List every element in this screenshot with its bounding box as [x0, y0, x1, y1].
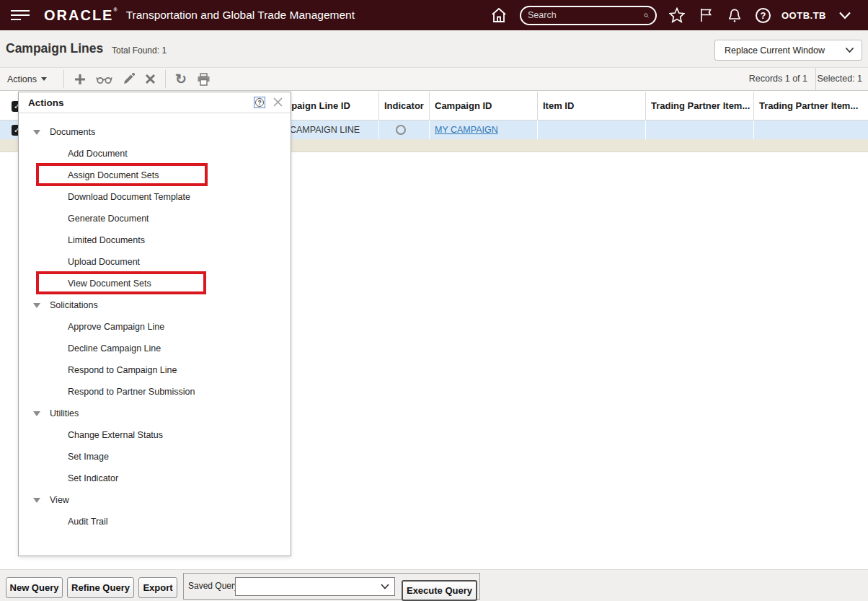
- menu-item-respond-to-partner-submission[interactable]: Respond to Partner Submission: [19, 381, 291, 403]
- group-label: Solicitations: [50, 294, 98, 316]
- menu-item-label: View Document Sets: [68, 273, 151, 294]
- saved-query-select[interactable]: [235, 577, 395, 596]
- column-header-indicator[interactable]: Indicator: [384, 92, 424, 120]
- column-header-campaign-id[interactable]: Campaign ID: [435, 92, 492, 120]
- menu-item-generate-document[interactable]: Generate Document: [19, 208, 291, 229]
- help-glyph: ?: [255, 98, 264, 107]
- flag-icon[interactable]: [698, 7, 714, 23]
- menu-item-set-image[interactable]: Set Image: [19, 446, 291, 468]
- favorites-star-icon[interactable]: [669, 7, 685, 23]
- column-separator: [753, 92, 754, 120]
- topbar: ORACLE® Transportation and Global Trade …: [0, 0, 868, 30]
- user-menu-label[interactable]: OOTB.TB: [781, 10, 826, 21]
- column-separator: [645, 120, 646, 139]
- menu-item-label: Add Document: [68, 143, 128, 164]
- menu-item-approve-campaign-line[interactable]: Approve Campaign Line: [19, 316, 291, 338]
- column-header-trading-partner-item-1[interactable]: Trading Partner Item...: [651, 92, 750, 120]
- view-details-glasses-icon[interactable]: [96, 74, 112, 85]
- app-window: ORACLE® Transportation and Global Trade …: [0, 0, 868, 601]
- menu-item-limited-documents[interactable]: Limited Documents: [19, 229, 291, 251]
- popup-group-utilities[interactable]: Utilities: [19, 403, 291, 424]
- campaign-id-link[interactable]: MY CAMPAIGN: [435, 120, 498, 139]
- actions-menu-button[interactable]: Actions: [7, 68, 47, 90]
- popup-group-documents[interactable]: Documents: [19, 121, 291, 143]
- edit-pencil-icon[interactable]: [123, 73, 135, 85]
- triangle-down-icon: [33, 130, 40, 135]
- menu-item-label: Generate Document: [68, 208, 149, 229]
- toolbar-separator: [165, 70, 166, 88]
- print-icon[interactable]: [197, 73, 211, 86]
- menu-item-download-document-template[interactable]: Download Document Template: [19, 186, 291, 208]
- menu-item-label: Set Indicator: [68, 468, 118, 489]
- search-icon[interactable]: [644, 9, 649, 22]
- refine-query-button[interactable]: Refine Query: [67, 577, 134, 598]
- popup-titlebar: Actions ?: [19, 92, 291, 113]
- toolbar-icons: ↻: [69, 68, 216, 90]
- group-label: View: [50, 489, 69, 511]
- triangle-down-icon: [33, 411, 40, 416]
- column-separator: [537, 92, 538, 120]
- chevron-down-icon: [381, 584, 389, 589]
- column-header-item-id[interactable]: Item ID: [543, 92, 574, 120]
- menu-item-decline-campaign-line[interactable]: Decline Campaign Line: [19, 338, 291, 359]
- menu-item-label: Upload Document: [68, 251, 140, 273]
- saved-query-group: Saved Query: Execute Query: [183, 573, 480, 600]
- saved-query-label: Saved Query:: [188, 574, 241, 599]
- selected-count-label: Selected: 1: [817, 68, 862, 90]
- search-box[interactable]: [520, 6, 657, 25]
- menu-item-change-external-status[interactable]: Change External Status: [19, 424, 291, 446]
- search-input[interactable]: [528, 10, 644, 20]
- help-icon[interactable]: ?: [756, 8, 771, 23]
- total-found-label: Total Found: 1: [112, 45, 167, 56]
- hamburger-menu-icon[interactable]: [11, 7, 30, 23]
- column-header-trading-partner-item-2[interactable]: Trading Partner Item...: [759, 92, 858, 120]
- menu-item-assign-document-sets[interactable]: Assign Document Sets: [19, 164, 291, 186]
- menu-item-label: Assign Document Sets: [68, 164, 159, 186]
- triangle-down-icon: [33, 303, 40, 308]
- export-button[interactable]: Export: [138, 577, 177, 598]
- delete-x-icon[interactable]: [145, 74, 156, 84]
- menu-item-label: Approve Campaign Line: [68, 316, 164, 338]
- menu-item-add-document[interactable]: Add Document: [19, 143, 291, 164]
- menu-item-respond-to-campaign-line[interactable]: Respond to Campaign Line: [19, 359, 291, 381]
- window-target-value: Replace Current Window: [725, 45, 825, 56]
- registered-mark: ®: [113, 7, 118, 12]
- popup-close-icon[interactable]: [273, 97, 283, 107]
- chevron-down-icon: [845, 47, 854, 53]
- menu-item-view-document-sets[interactable]: View Document Sets: [19, 273, 291, 294]
- help-glyph: ?: [756, 8, 771, 23]
- column-separator: [429, 92, 430, 120]
- caret-down-icon: [41, 77, 47, 81]
- new-query-button[interactable]: New Query: [6, 577, 63, 598]
- column-separator: [378, 92, 379, 120]
- group-label: Documents: [50, 121, 95, 143]
- menu-item-audit-trail[interactable]: Audit Trail: [19, 511, 291, 532]
- notifications-bell-icon[interactable]: [727, 7, 743, 23]
- popup-help-icon[interactable]: ?: [254, 97, 265, 108]
- indicator-ring-icon: [396, 125, 406, 135]
- triangle-down-icon: [33, 498, 40, 503]
- records-count-label: Records 1 of 1: [749, 68, 807, 90]
- menu-item-set-indicator[interactable]: Set Indicator: [19, 468, 291, 489]
- menu-item-label: Download Document Template: [68, 186, 190, 208]
- popup-group-solicitations[interactable]: Solicitations: [19, 294, 291, 316]
- execute-query-button[interactable]: Execute Query: [402, 580, 477, 601]
- column-separator: [429, 120, 430, 139]
- column-separator: [753, 120, 754, 139]
- topbar-right: ? OOTB.TB: [484, 6, 858, 25]
- menu-item-label: Respond to Campaign Line: [68, 359, 177, 381]
- home-icon[interactable]: [490, 6, 508, 24]
- menu-item-upload-document[interactable]: Upload Document: [19, 251, 291, 273]
- query-footer: New Query Refine Query Export Saved Quer…: [0, 569, 868, 601]
- refresh-icon[interactable]: ↻: [175, 72, 187, 86]
- column-separator: [645, 92, 646, 120]
- window-target-select[interactable]: Replace Current Window: [714, 40, 862, 61]
- oracle-logo: ORACLE®: [44, 7, 119, 24]
- column-separator: [378, 120, 379, 139]
- user-menu-chevron-icon[interactable]: [838, 11, 851, 20]
- menu-item-label: Set Image: [68, 446, 109, 468]
- add-record-icon[interactable]: [74, 74, 86, 85]
- page-title: Campaign Lines: [6, 41, 103, 56]
- page-header: Campaign Lines Total Found: 1 Replace Cu…: [0, 30, 868, 67]
- popup-group-view[interactable]: View: [19, 489, 291, 511]
